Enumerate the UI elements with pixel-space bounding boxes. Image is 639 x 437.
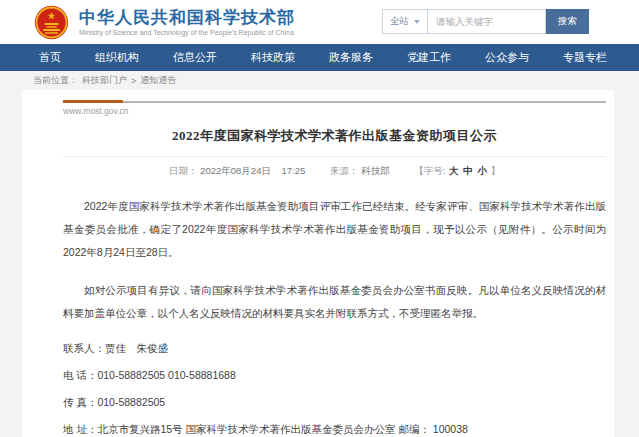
nav-item-public-participation[interactable]: 公众参与 (485, 44, 529, 71)
search-scope-label: 全站 (390, 15, 409, 28)
address-value: 北京市复兴路15号 国家科学技术学术著作出版基金委员会办公室 邮编： 10003… (97, 423, 467, 435)
breadcrumb: 当前位置： 科技部门户 > 通知通告 (0, 71, 639, 90)
publish-date: 2022年08月24日 (200, 165, 271, 176)
search-scope-dropdown[interactable]: 全站 (382, 9, 428, 34)
contact-label: 联系人： (63, 342, 105, 354)
fontsize-large-button[interactable]: 大 (449, 165, 459, 176)
breadcrumb-prefix: 当前位置： (33, 74, 78, 87)
site-title: 中华人民共和国科学技术部 (79, 9, 295, 27)
search-bar: 全站 搜索 (382, 9, 589, 34)
nav-item-special-topics[interactable]: 专题专栏 (563, 44, 607, 71)
nav-item-info-disclosure[interactable]: 信息公开 (173, 44, 217, 71)
paragraph: 如对公示项目有异议，请向国家科学技术学术著作出版基金委员会办公室书面反映。凡以单… (63, 279, 606, 325)
search-input[interactable] (428, 9, 546, 34)
fontsize-prefix: 【字号: (414, 165, 445, 176)
fontsize-suffix: 】 (490, 165, 500, 176)
nav-item-gov-services[interactable]: 政务服务 (329, 44, 373, 71)
fontsize-small-button[interactable]: 小 (477, 165, 487, 176)
source-value: 科技部 (361, 165, 390, 176)
contact-person-row: 联系人：贾佳 朱俊盛 (63, 342, 606, 355)
breadcrumb-site-link[interactable]: 科技部门户 (82, 74, 127, 87)
contact-value: 贾佳 朱俊盛 (105, 342, 168, 354)
search-button[interactable]: 搜索 (546, 9, 589, 34)
publish-time: 17:25 (282, 165, 306, 176)
site-subtitle: Ministry of Science and Technology of th… (79, 29, 295, 36)
article-title: 2022年度国家科学技术学术著作出版基金资助项目公示 (63, 127, 606, 145)
nav-item-sci-tech-policy[interactable]: 科技政策 (251, 44, 295, 71)
nav-item-organization[interactable]: 组织机构 (95, 44, 139, 71)
fax-row: 传 真：010-58882505 (63, 396, 606, 409)
article-panel: www.most.gov.cn 2022年度国家科学技术学术著作出版基金资助项目… (22, 90, 614, 437)
fax-label: 传 真： (63, 396, 97, 408)
paragraph: 2022年度国家科学技术学术著作出版基金资助项目评审工作已经结束。经专家评审、国… (63, 195, 606, 264)
national-emblem-icon (33, 4, 70, 41)
breadcrumb-separator: > (131, 76, 136, 86)
nav-item-home[interactable]: 首页 (39, 44, 61, 71)
watermark-url: www.most.gov.cn (63, 106, 606, 116)
top-divider (63, 100, 606, 103)
site-header: 中华人民共和国科学技术部 Ministry of Science and Tec… (0, 0, 639, 44)
divider-accent (63, 100, 123, 103)
fontsize-medium-button[interactable]: 中 (463, 165, 473, 176)
address-label: 地 址： (63, 423, 97, 435)
divider-line (123, 101, 606, 103)
phone-row: 电 话：010-58882505 010-58881688 (63, 369, 606, 382)
meta-divider (63, 156, 606, 157)
fax-value: 010-58882505 (97, 396, 165, 408)
article-meta: 日期： 2022年08月24日 17:25 来源： 科技部 【字号: 大 中 小… (63, 165, 606, 178)
brand-block: 中华人民共和国科学技术部 Ministry of Science and Tec… (79, 9, 295, 36)
main-nav: 首页 组织机构 信息公开 科技政策 政务服务 党建工作 公众参与 专题专栏 (0, 44, 639, 71)
date-label: 日期： (169, 165, 198, 176)
breadcrumb-current-link[interactable]: 通知通告 (140, 74, 176, 87)
chevron-down-icon (414, 20, 420, 24)
article-body: 2022年度国家科学技术学术著作出版基金资助项目评审工作已经结束。经专家评审、国… (63, 195, 606, 437)
phone-label: 电 话： (63, 369, 97, 381)
source-label: 来源： (330, 165, 359, 176)
address-row: 地 址：北京市复兴路15号 国家科学技术学术著作出版基金委员会办公室 邮编： 1… (63, 423, 606, 436)
phone-value: 010-58882505 010-58881688 (97, 369, 235, 381)
nav-item-party-building[interactable]: 党建工作 (407, 44, 451, 71)
